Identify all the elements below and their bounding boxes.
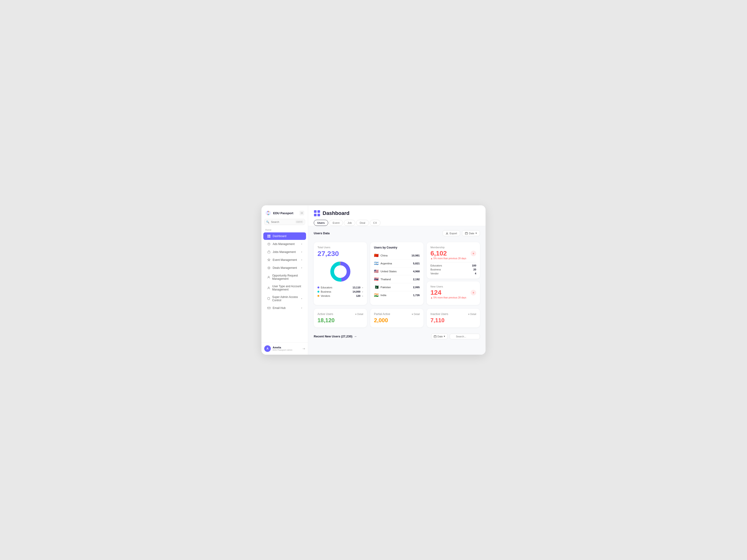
active-users-card: Active Users ▾ Detail 18,120 — [314, 309, 367, 327]
svg-rect-12 — [268, 251, 270, 253]
sidebar-item-events[interactable]: Event Management ▾ — [263, 256, 306, 264]
sidebar-item-deals[interactable]: Deals Management ▾ — [263, 264, 306, 272]
sidebar: EDU Passport 🔍 Ctrl+F Home — [261, 205, 308, 355]
search-icon: 🔍 — [266, 220, 269, 223]
sidebar-collapse-button[interactable] — [300, 211, 304, 215]
search-shortcut: Ctrl+F — [295, 220, 303, 223]
page-title-icon — [314, 210, 320, 216]
total-users-label: Total Users — [317, 246, 363, 249]
inactive-users-card: Inactive Users ▾ Detail 7,110 — [427, 309, 480, 327]
membership-change: ▲ 5% more than previous 28 days — [431, 257, 476, 260]
recent-date-button[interactable]: Date ▾ — [431, 334, 448, 339]
deals-label: Deals Management — [273, 266, 297, 269]
emailhub-label: Email Hub — [273, 306, 285, 310]
sidebar-item-usertype[interactable]: User Type and Account Management — [263, 283, 306, 293]
superadmin-label: Super Admin Access Control — [272, 295, 301, 302]
tab-event[interactable]: Event — [329, 220, 343, 226]
new-users-card: New Users 124 + ▲ 5% more than previous … — [427, 282, 480, 305]
svg-rect-9 — [267, 236, 269, 238]
events-chevron: ▾ — [301, 259, 302, 261]
donut-chart — [317, 260, 363, 283]
usertype-icon — [267, 286, 270, 290]
sidebar-search[interactable]: 🔍 Ctrl+F — [264, 219, 305, 225]
section-header: Users Data Export Date ▾ — [314, 230, 480, 236]
sidebar-item-emailhub[interactable]: Email Hub ▾ — [263, 304, 306, 312]
superadmin-icon — [267, 297, 270, 300]
membership-card: Membership 6,102 + ▲ 5% more than previo… — [427, 242, 480, 278]
recent-calendar-icon — [434, 335, 437, 338]
country-list: 🇨🇳 China 10,981 🇦🇷 Argentina 5,821 — [374, 251, 420, 299]
inactive-users-value: 7,110 — [431, 317, 476, 324]
total-users-card: Total Users 27,230 — [314, 242, 367, 305]
svg-rect-6 — [302, 212, 303, 214]
inactive-users-label: Inactive Users — [431, 313, 448, 316]
partial-active-detail-button[interactable]: ▾ Detail — [412, 313, 420, 316]
export-icon — [446, 232, 448, 235]
usertype-label: User Type and Account Management — [272, 285, 302, 291]
sidebar-item-ads[interactable]: Ads Management ▾ — [263, 240, 306, 248]
active-users-detail-button[interactable]: ▾ Detail — [355, 313, 363, 316]
active-users-value: 18,120 — [317, 317, 363, 324]
svg-rect-26 — [434, 336, 436, 338]
jobs-chevron: ▾ — [301, 251, 302, 253]
events-icon — [267, 258, 271, 262]
argentina-flag: 🇦🇷 — [374, 261, 379, 266]
donut-legend: Educators 13,110 ▾ Business — [317, 286, 363, 297]
partial-active-header: Partial Active ▾ Detail — [374, 313, 420, 316]
new-users-label: New Users — [431, 285, 476, 288]
svg-rect-21 — [465, 232, 468, 235]
page-title: Dashboard — [323, 210, 350, 216]
new-users-plus-button[interactable]: + — [471, 290, 476, 295]
ads-label: Ads Management — [273, 242, 294, 246]
tab-deal[interactable]: Deal — [356, 220, 369, 226]
partial-detail-chevron-icon: ▾ — [412, 313, 413, 316]
new-users-value: 124 — [431, 289, 441, 296]
thailand-flag: 🇹🇭 — [374, 277, 379, 282]
new-users-number-row: 124 + — [431, 289, 476, 296]
membership-value: 6,102 — [431, 250, 447, 257]
jobs-icon — [267, 250, 271, 254]
partial-active-value: 2,000 — [374, 317, 420, 324]
legend-educators: Educators 13,110 ▾ — [317, 286, 363, 289]
tab-job[interactable]: Job — [344, 220, 355, 226]
tab-users[interactable]: Users — [314, 220, 328, 226]
legend-business: Business 14,000 ▾ — [317, 290, 363, 293]
date-filter-button[interactable]: Date ▾ — [462, 230, 480, 236]
content-area: Users Data Export Date ▾ — [308, 226, 486, 344]
recent-search-wrap: 🔍 — [449, 334, 480, 339]
opportunity-label: Opportunity Request Management — [272, 274, 302, 281]
sidebar-item-opportunity[interactable]: Opportunity Request Management — [263, 272, 306, 282]
avatar: A — [264, 345, 271, 352]
section-actions: Export Date ▾ — [443, 230, 480, 236]
china-flag: 🇨🇳 — [374, 253, 379, 258]
user-role: EDU Passport Admin — [273, 349, 292, 351]
business-dot — [317, 291, 319, 293]
opportunity-icon — [267, 275, 270, 279]
breakdown-business: Business 20 — [431, 268, 476, 271]
deals-icon — [267, 266, 271, 270]
svg-point-25 — [334, 266, 346, 278]
sidebar-item-superadmin[interactable]: Super Admin Access Control ▾ — [263, 294, 306, 304]
sidebar-item-dashboard[interactable]: Dashboard — [263, 232, 306, 240]
ads-icon — [267, 242, 271, 246]
inactive-users-detail-button[interactable]: ▾ Detail — [468, 313, 476, 316]
svg-rect-7 — [267, 235, 269, 236]
logout-button[interactable]: ⇥ — [302, 347, 305, 350]
date-chevron-icon: ▾ — [475, 232, 477, 235]
us-flag: 🇺🇸 — [374, 269, 379, 273]
export-button[interactable]: Export — [443, 230, 460, 236]
right-column: Membership 6,102 + ▲ 5% more than previo… — [427, 242, 480, 305]
country-row-china: 🇨🇳 China 10,981 — [374, 251, 420, 260]
recent-search-input[interactable] — [449, 334, 480, 339]
tab-cx[interactable]: CX — [370, 220, 381, 226]
sidebar-item-jobs[interactable]: Jobs Management ▾ — [263, 248, 306, 256]
events-label: Event Management — [273, 258, 297, 262]
svg-rect-20 — [317, 214, 320, 216]
svg-rect-17 — [314, 210, 316, 213]
svg-point-14 — [268, 276, 269, 277]
pakistan-flag: 🇵🇰 — [374, 285, 379, 289]
recent-actions: Date ▾ 🔍 — [431, 334, 480, 339]
emailhub-chevron: ▾ — [301, 307, 302, 309]
membership-plus-button[interactable]: + — [471, 250, 476, 256]
ads-chevron: ▾ — [301, 243, 302, 245]
